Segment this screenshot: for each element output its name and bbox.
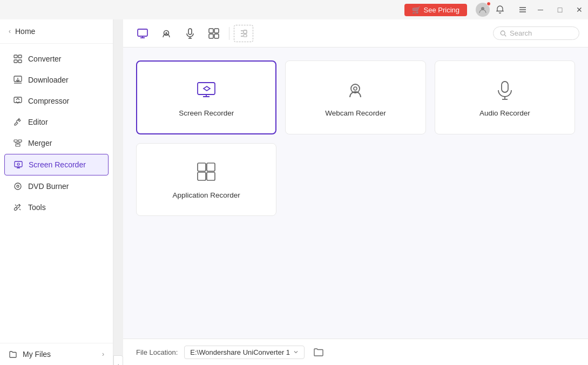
svg-rect-44	[207, 172, 215, 180]
recorder-grid: Screen Recorder Webcam Recorder Audio Re…	[123, 48, 588, 339]
svg-rect-6	[14, 60, 17, 63]
search-icon	[500, 30, 506, 37]
file-location-label: File Location:	[136, 348, 178, 356]
file-location-select[interactable]: E:\Wondershare UniConverter 1 C:\Users\V…	[184, 346, 305, 359]
sidebar-item-editor[interactable]: Editor	[4, 112, 109, 132]
svg-point-19	[15, 183, 21, 190]
cart-icon: 🛒	[412, 6, 421, 14]
my-files-chevron-icon: ›	[102, 350, 104, 358]
sidebar-item-downloader[interactable]: Downloader	[4, 70, 109, 90]
svg-point-18	[17, 163, 19, 165]
sidebar-item-label: Merger	[28, 139, 52, 147]
svg-line-34	[504, 35, 506, 36]
bell-icon[interactable]	[493, 3, 507, 17]
converter-icon	[13, 54, 23, 64]
screen-recorder-icon	[13, 160, 23, 170]
svg-rect-4	[14, 55, 17, 58]
sidebar-item-label: Screen Recorder	[29, 160, 86, 169]
toolbar-import-button[interactable]	[234, 25, 253, 42]
audio-recorder-card-icon	[493, 78, 517, 102]
search-input[interactable]	[510, 29, 572, 37]
notification-badge	[486, 2, 491, 6]
sidebar-item-label: Downloader	[28, 76, 69, 84]
svg-point-33	[501, 31, 505, 35]
sidebar-item-label: Editor	[28, 118, 48, 126]
application-recorder-card-label: Application Recorder	[173, 191, 240, 199]
svg-rect-41	[198, 163, 206, 171]
toolbar-webcam-recorder-button[interactable]	[156, 23, 177, 44]
sidebar-item-tools[interactable]: Tools	[4, 197, 109, 218]
my-files-icon	[9, 350, 17, 359]
toolbar	[123, 19, 588, 48]
my-files-label: My Files	[23, 350, 51, 359]
svg-rect-24	[188, 29, 192, 35]
svg-rect-7	[18, 60, 22, 63]
search-box[interactable]	[493, 26, 579, 40]
editor-icon	[13, 117, 23, 127]
avatar[interactable]	[476, 3, 490, 17]
svg-rect-38	[502, 82, 508, 92]
title-bar: 🛒 See Pricing ─ □ ✕	[0, 0, 588, 19]
sidebar-nav: Converter Downloader Compressor	[0, 44, 113, 343]
svg-rect-21	[138, 29, 147, 36]
svg-rect-13	[14, 140, 17, 142]
sidebar-item-dvd-burner[interactable]: DVD Burner	[4, 176, 109, 197]
menu-icon[interactable]	[516, 3, 530, 17]
back-chevron-icon: ‹	[9, 28, 11, 35]
sidebar-item-label: Converter	[28, 55, 61, 63]
sidebar-item-label: Tools	[28, 203, 46, 212]
svg-rect-17	[15, 161, 22, 167]
webcam-recorder-card-label: Webcam Recorder	[325, 109, 386, 117]
downloader-icon	[13, 75, 23, 85]
sidebar-collapse-button[interactable]: ‹	[113, 355, 123, 365]
sidebar-footer-my-files[interactable]: My Files ›	[0, 343, 113, 365]
svg-point-23	[166, 32, 167, 33]
svg-rect-27	[209, 29, 213, 33]
svg-rect-28	[214, 29, 219, 33]
toolbar-divider	[229, 27, 229, 40]
sidebar-item-merger[interactable]: Merger	[4, 133, 109, 153]
tools-icon	[13, 202, 23, 212]
main-content: Screen Recorder Webcam Recorder Audio Re…	[123, 19, 588, 365]
maximize-button[interactable]: □	[551, 1, 569, 18]
svg-rect-5	[18, 55, 22, 58]
audio-recorder-card[interactable]: Audio Recorder	[435, 60, 575, 134]
screen-recorder-card-label: Screen Recorder	[179, 109, 234, 117]
application-recorder-card[interactable]: Application Recorder	[136, 143, 276, 216]
svg-point-37	[354, 87, 357, 90]
svg-rect-14	[18, 140, 22, 142]
webcam-recorder-card-icon	[343, 78, 367, 102]
toolbar-screen-recorder-button[interactable]	[132, 23, 153, 44]
sidebar-item-screen-recorder[interactable]: Screen Recorder	[4, 154, 109, 175]
webcam-recorder-card[interactable]: Webcam Recorder	[285, 60, 425, 134]
svg-point-20	[17, 185, 19, 187]
svg-rect-30	[214, 34, 219, 38]
svg-rect-32	[244, 35, 247, 37]
title-bar-actions: 🛒 See Pricing ─ □ ✕	[404, 1, 588, 18]
file-location-dropdown[interactable]: E:\Wondershare UniConverter 1 C:\Users\V…	[190, 348, 290, 356]
open-folder-button[interactable]	[311, 344, 326, 360]
audio-recorder-card-label: Audio Recorder	[479, 109, 530, 117]
sidebar-item-label: DVD Burner	[28, 182, 69, 191]
close-button[interactable]: ✕	[571, 1, 588, 18]
svg-rect-15	[16, 144, 20, 146]
svg-rect-43	[198, 172, 206, 180]
sidebar-home-link[interactable]: ‹ Home	[0, 19, 113, 44]
minimize-button[interactable]: ─	[532, 1, 549, 18]
svg-rect-29	[209, 34, 213, 38]
sidebar: ‹ Home Converter Downloader	[0, 19, 113, 365]
sidebar-item-converter[interactable]: Converter	[4, 49, 109, 69]
app-container: ‹ Home Converter Downloader	[0, 19, 588, 365]
see-pricing-button[interactable]: 🛒 See Pricing	[404, 4, 467, 16]
svg-rect-42	[207, 163, 215, 171]
application-recorder-card-icon	[194, 160, 218, 184]
home-label: Home	[15, 27, 35, 36]
toolbar-app-recorder-button[interactable]	[203, 23, 225, 44]
screen-recorder-card[interactable]: Screen Recorder	[136, 60, 276, 134]
screen-recorder-card-icon	[194, 78, 218, 102]
dvd-burner-icon	[13, 181, 23, 191]
sidebar-item-compressor[interactable]: Compressor	[4, 91, 109, 111]
profile-icon-group	[476, 3, 507, 17]
toolbar-audio-recorder-button[interactable]	[179, 23, 201, 44]
svg-rect-31	[244, 30, 247, 33]
